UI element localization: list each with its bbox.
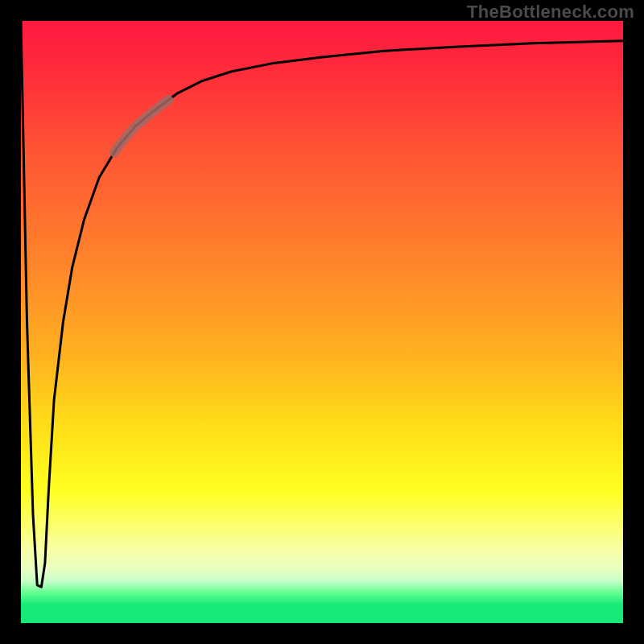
watermark-text: TheBottleneck.com (467, 2, 634, 23)
chart-curve (21, 21, 623, 623)
curve-soft-segment (114, 100, 168, 152)
curve-path-main (21, 21, 623, 587)
chart-container: TheBottleneck.com (0, 0, 644, 644)
chart-plot-area (21, 21, 623, 623)
